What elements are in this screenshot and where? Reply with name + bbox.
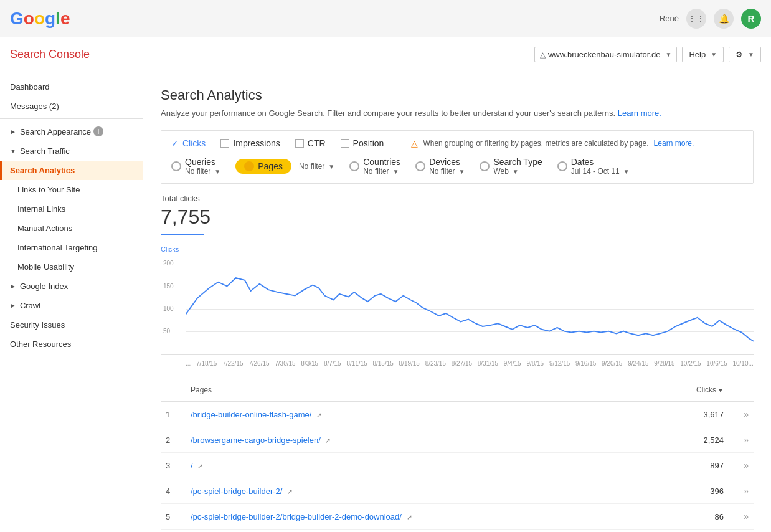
google-logo: Google [10, 9, 70, 29]
sidebar-item-mobile[interactable]: Mobile Usability [0, 257, 143, 277]
sidebar-section-crawl[interactable]: ► Crawl [0, 296, 143, 315]
devices-filter-btn[interactable]: No filter ▼ [429, 167, 465, 176]
avatar-letter: R [748, 13, 755, 24]
ctr-metric[interactable]: CTR [295, 138, 326, 148]
countries-filter-btn[interactable]: No filter ▼ [363, 167, 399, 176]
pages-selected-group[interactable]: Pages [235, 159, 291, 174]
row-detail-arrow[interactable]: » [729, 427, 754, 453]
row-detail-arrow[interactable]: » [729, 401, 754, 427]
sidebar-item-internal-links[interactable]: Internal Links [0, 199, 143, 219]
bell-icon: 🔔 [719, 14, 729, 24]
queries-group[interactable]: Queries No filter ▼ [171, 157, 220, 176]
devices-radio [415, 161, 425, 171]
row-number: 1 [161, 401, 186, 427]
expand-arrow-search-appearance: ► [10, 128, 16, 135]
settings-arrow: ▼ [748, 51, 754, 58]
notifications-button[interactable]: 🔔 [714, 9, 734, 29]
page-description: Analyze your performance on Google Searc… [161, 108, 754, 118]
row-number: 2 [161, 427, 186, 453]
row-clicks: 86 [653, 504, 729, 530]
sidebar-item-manual-actions[interactable]: Manual Actions [0, 219, 143, 238]
site-selector[interactable]: △ www.brueckenbau-simulator.de ▼ [534, 47, 678, 62]
x-label-16: 9/16/15 [575, 360, 596, 367]
crawl-label: Crawl [20, 301, 40, 310]
other-label: Other Resources [10, 340, 71, 349]
row-detail-arrow[interactable]: » [729, 453, 754, 478]
sidebar-section-search-appearance[interactable]: ► Search Appearance i [0, 121, 143, 141]
page-link[interactable]: / [191, 461, 193, 470]
x-label-19: 9/28/15 [654, 360, 674, 367]
apps-button[interactable]: ⋮⋮ [686, 9, 706, 29]
search-type-group[interactable]: Search Type Web ▼ [480, 157, 542, 176]
detail-arrow-icon[interactable]: » [744, 460, 749, 470]
avatar-button[interactable]: R [741, 9, 761, 29]
table-row: 3 / ➚ 897 » [161, 453, 754, 478]
page-link[interactable]: /bridge-builder-online-flash-game/ [191, 410, 311, 419]
sidebar-item-links[interactable]: Links to Your Site [0, 180, 143, 199]
sidebar-item-dashboard[interactable]: Dashboard [0, 77, 143, 97]
col-clicks[interactable]: Clicks ▼ [653, 379, 729, 401]
x-label-6: 8/7/15 [324, 360, 341, 367]
header-controls: △ www.brueckenbau-simulator.de ▼ Help ▼ … [534, 47, 761, 62]
sidebar-item-other[interactable]: Other Resources [0, 335, 143, 354]
external-link-icon: ➚ [316, 411, 322, 419]
row-page: /pc-spiel-bridge-builder-2/ ➚ [186, 478, 653, 504]
help-label: Help [689, 50, 706, 59]
queries-filter-btn[interactable]: No filter ▼ [185, 167, 220, 176]
mobile-label: Mobile Usability [17, 262, 74, 272]
page-link[interactable]: /browsergame-cargo-bridge-spielen/ [191, 435, 321, 445]
pages-filter-btn[interactable]: No filter ▼ [299, 162, 334, 171]
dates-value-btn[interactable]: Jul 14 - Oct 11 ▼ [571, 167, 630, 176]
position-metric[interactable]: Position [341, 138, 384, 148]
security-label: Security Issues [10, 320, 65, 330]
table-row: 5 /pc-spiel-bridge-builder-2/bridge-buil… [161, 504, 754, 530]
chart-x-axis: ... 7/18/15 7/22/15 7/26/15 7/30/15 8/3/… [161, 358, 754, 369]
row-clicks: 897 [653, 453, 729, 478]
devices-label: Devices [429, 157, 465, 167]
chart-y-label: Clicks [161, 245, 754, 253]
row-detail-arrow[interactable]: » [729, 504, 754, 530]
row-page: /browsergame-cargo-bridge-spielen/ ➚ [186, 427, 653, 453]
description-learn-more[interactable]: Learn more. [618, 108, 661, 118]
external-link-icon: ➚ [197, 462, 203, 470]
warning-learn-more[interactable]: Learn more. [654, 139, 694, 148]
x-label-9: 8/19/15 [399, 360, 420, 367]
devices-group[interactable]: Devices No filter ▼ [415, 157, 465, 176]
row-number: 3 [161, 453, 186, 478]
external-link-icon: ➚ [407, 513, 412, 521]
search-appearance-label: Search Appearance [20, 127, 91, 136]
help-button[interactable]: Help ▼ [682, 47, 724, 62]
search-type-value-btn[interactable]: Web ▼ [493, 167, 518, 176]
page-link[interactable]: /pc-spiel-bridge-builder-2/bridge-builde… [191, 512, 402, 521]
ctr-label: CTR [308, 138, 326, 148]
sidebar-item-messages[interactable]: Messages (2) [0, 97, 143, 116]
page-link[interactable]: /pc-spiel-bridge-builder-2/ [191, 487, 282, 496]
gridline-150-label: 150 [163, 283, 174, 290]
countries-group[interactable]: Countries No filter ▼ [349, 157, 400, 176]
x-label-20: 10/2/15 [680, 360, 701, 367]
detail-arrow-icon[interactable]: » [744, 409, 749, 419]
detail-arrow-icon[interactable]: » [744, 511, 749, 521]
detail-arrow-icon[interactable]: » [744, 486, 749, 496]
settings-button[interactable]: ⚙ ▼ [729, 47, 761, 62]
table-row: 1 /bridge-builder-online-flash-game/ ➚ 3… [161, 401, 754, 427]
sidebar-item-international[interactable]: International Targeting [0, 238, 143, 257]
total-label: Total clicks [161, 194, 754, 203]
x-label-12: 8/31/15 [478, 360, 498, 367]
warning-text: When grouping or filtering by pages, met… [423, 139, 648, 148]
x-label-3: 7/26/15 [248, 360, 269, 367]
x-label-8: 8/15/15 [372, 360, 393, 367]
sidebar-section-search-traffic[interactable]: ▼ Search Traffic [0, 141, 143, 161]
detail-arrow-icon[interactable]: » [744, 435, 749, 445]
impressions-metric[interactable]: Impressions [220, 138, 280, 148]
sidebar-item-security[interactable]: Security Issues [0, 315, 143, 335]
dates-label: Dates [571, 157, 630, 167]
countries-radio [349, 161, 359, 171]
sidebar-section-google-index[interactable]: ► Google Index [0, 277, 143, 296]
pages-radio [244, 161, 254, 171]
row-detail-arrow[interactable]: » [729, 478, 754, 504]
dates-group[interactable]: Dates Jul 14 - Oct 11 ▼ [557, 157, 630, 176]
clicks-metric[interactable]: ✓ Clicks [171, 138, 206, 148]
sidebar-item-search-analytics[interactable]: Search Analytics [0, 161, 143, 180]
pages-group[interactable]: Pages No filter ▼ [235, 159, 334, 174]
